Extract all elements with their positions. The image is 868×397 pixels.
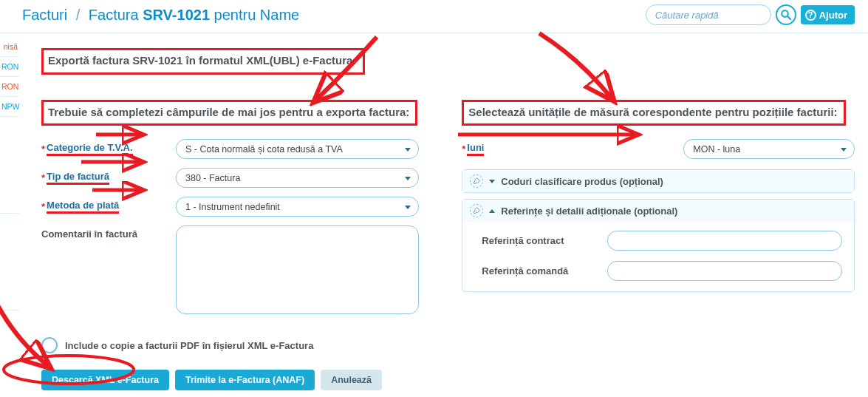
invoice-type-label[interactable]: Tip de factură <box>47 171 109 185</box>
chevron-down-icon <box>489 180 495 183</box>
required-marker: * <box>41 172 45 183</box>
breadcrumb-customer-name: Name <box>260 7 299 23</box>
contract-ref-input[interactable] <box>607 231 842 251</box>
search-icon[interactable] <box>776 4 796 25</box>
uom-label[interactable]: luni <box>467 142 484 156</box>
uom-select[interactable]: MON - luna <box>683 139 855 159</box>
required-marker: * <box>41 143 45 155</box>
invoice-type-select[interactable]: 380 - Factura <box>176 168 419 188</box>
wrench-icon <box>470 174 483 188</box>
required-marker: * <box>41 201 45 212</box>
vat-category-select[interactable]: S - Cota normală și cota redusă a TVA <box>176 139 419 159</box>
right-section-heading: Selectează unitățile de măsură corespond… <box>462 100 845 126</box>
product-codes-panel: Coduri clasificare produs (opțional) <box>462 169 855 193</box>
breadcrumb-invoices-link[interactable]: Facturi <box>22 7 67 23</box>
help-icon: ? <box>805 10 816 21</box>
order-ref-input[interactable] <box>607 261 842 281</box>
order-ref-label: Referință comandă <box>482 265 607 276</box>
chevron-up-icon <box>489 209 495 213</box>
help-button-label: Ajutor <box>819 10 847 21</box>
payment-method-label[interactable]: Metoda de plată <box>47 200 119 214</box>
svg-line-1 <box>787 16 790 19</box>
product-codes-panel-title: Coduri clasificare produs (opțional) <box>501 176 663 187</box>
breadcrumb-detail-prefix: Factura <box>89 7 139 23</box>
references-panel-header[interactable]: Referințe și detalii adiționale (optiona… <box>462 200 854 222</box>
cancel-button[interactable]: Anulează <box>321 370 382 390</box>
breadcrumb-invoice-number: SRV-1021 <box>143 7 210 23</box>
breadcrumb-for-word: pentru <box>214 7 256 23</box>
references-panel: Referințe și detalii adiționale (optiona… <box>462 199 855 292</box>
wrench-icon <box>470 204 483 217</box>
include-pdf-label: Include o copie a facturii PDF în fișier… <box>65 340 313 351</box>
breadcrumb-separator: / <box>72 7 85 23</box>
references-panel-title: Referințe și detalii adiționale (optiona… <box>501 206 677 217</box>
send-anaf-button[interactable]: Trimite la e-Factura (ANAF) <box>175 370 315 390</box>
breadcrumb: Facturi / Factura SRV-1021 pentru Name <box>22 7 299 24</box>
include-pdf-checkbox[interactable] <box>41 337 58 353</box>
payment-method-select[interactable]: 1 - Instrument nedefinit <box>176 197 419 217</box>
required-marker: * <box>462 143 465 155</box>
comments-label: Comentarii în factură <box>41 228 137 240</box>
export-title: Exportă factura SRV-1021 în formatul XML… <box>41 48 365 75</box>
left-section-heading: Trebuie să completezi câmpurile de mai j… <box>41 100 417 126</box>
comments-textarea[interactable] <box>176 225 419 314</box>
download-xml-button[interactable]: Descarcă XML e-Factura <box>41 370 169 390</box>
vat-category-label[interactable]: Categorie de T.V.A. <box>47 142 133 156</box>
search-input[interactable] <box>646 4 771 25</box>
product-codes-panel-header[interactable]: Coduri clasificare produs (opțional) <box>462 170 854 192</box>
help-button[interactable]: ? Ajutor <box>801 5 855 24</box>
contract-ref-label: Referință contract <box>482 235 607 246</box>
